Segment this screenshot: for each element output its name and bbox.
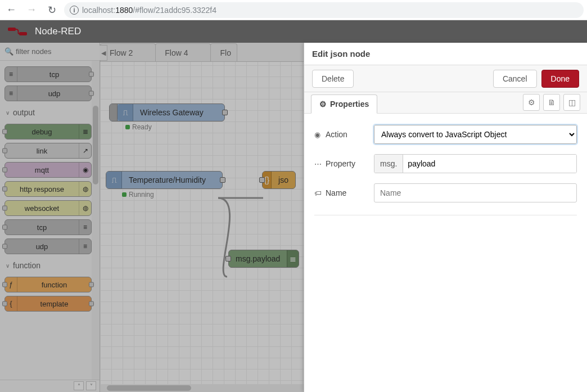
action-label: Action: [326, 130, 347, 139]
palette-node-link[interactable]: link↗: [4, 143, 92, 159]
palette-node-mqtt[interactable]: mqtt◉: [4, 162, 92, 178]
bars-icon: ≡: [5, 86, 17, 101]
broadcast-icon: ◉: [79, 163, 91, 177]
bars-icon: ≡: [79, 220, 91, 235]
palette-node-udp-out[interactable]: udp≡: [4, 238, 92, 254]
tab-flow4[interactable]: Flow 4: [155, 43, 211, 61]
tag-icon: 🏷: [314, 189, 322, 197]
node-json[interactable]: {} jso: [262, 171, 296, 189]
palette-node-websocket[interactable]: websocket◍: [4, 200, 92, 216]
property-prefix[interactable]: msg.: [374, 155, 403, 173]
palette-collapse-button[interactable]: ◀: [100, 45, 107, 61]
url-text: localhost:1880/#flow/21addc95.3322f4: [82, 6, 216, 15]
workspace: 🔍 ◀ ≡tcp ≡udp ∨output debug≣ link↗ mqtt◉…: [0, 43, 587, 392]
layout-icon: ◫: [568, 98, 576, 107]
back-button[interactable]: ←: [3, 2, 19, 18]
forward-button[interactable]: →: [24, 2, 39, 18]
tab-flow-partial[interactable]: Flo: [210, 43, 237, 61]
palette-node-tcp-in[interactable]: ≡tcp: [4, 66, 92, 82]
palette-sidebar: 🔍 ◀ ≡tcp ≡udp ∨output debug≣ link↗ mqtt◉…: [0, 43, 100, 392]
palette-filter-input[interactable]: [16, 47, 110, 56]
gear-icon: ⚙: [319, 100, 327, 109]
description-button[interactable]: 🗎: [543, 94, 560, 111]
name-input[interactable]: [374, 183, 577, 202]
palette-scrollbar[interactable]: [92, 61, 100, 380]
ellipsis-icon: ⋯: [314, 160, 322, 168]
document-icon: 🗎: [548, 98, 556, 107]
edit-panel-title: Edit json node: [304, 43, 587, 65]
site-info-icon[interactable]: i: [70, 6, 79, 15]
edit-panel-subtabs: ⚙ Properties ⚙ 🗎 ◫: [304, 92, 587, 114]
svg-rect-1: [19, 32, 27, 35]
node-button[interactable]: [110, 104, 118, 121]
form-divider: [314, 215, 577, 215]
svg-rect-0: [8, 28, 16, 31]
property-input[interactable]: [403, 155, 576, 173]
palette-expand-all-button[interactable]: ˅: [86, 381, 96, 390]
cancel-button[interactable]: Cancel: [493, 70, 537, 88]
palette-node-udp-in[interactable]: ≡udp: [4, 85, 92, 101]
node-temperature-humidity[interactable]: ⎍ Temperature/Humidity Running: [106, 171, 223, 189]
palette-node-template[interactable]: {template: [4, 296, 92, 312]
search-icon: 🔍: [4, 47, 13, 56]
appearance-button[interactable]: ◫: [563, 94, 580, 111]
globe-icon: ◍: [79, 182, 91, 196]
node-wireless-gateway[interactable]: ⎍ Wireless Gateway Ready: [109, 103, 225, 121]
app-header: Node-RED: [0, 20, 587, 43]
edit-panel-actions: Delete Cancel Done: [304, 65, 587, 92]
settings-button[interactable]: ⚙: [523, 94, 540, 111]
chevron-down-icon: ∨: [6, 110, 10, 116]
nodered-logo-icon: [8, 26, 29, 37]
bars-icon: ≡: [5, 67, 17, 82]
target-icon: ◉: [314, 130, 322, 139]
node-status: Ready: [125, 123, 152, 131]
edit-json-node-panel: Edit json node Delete Cancel Done ⚙ Prop…: [304, 43, 587, 392]
row-action: ◉Action Always convert to JavaScript Obj…: [314, 125, 577, 144]
palette-collapse-all-button[interactable]: ˄: [74, 381, 84, 390]
address-bar[interactable]: i localhost:1880/#flow/21addc95.3322f4: [64, 2, 584, 18]
action-select[interactable]: Always convert to JavaScript Object: [374, 125, 577, 144]
palette-category-function[interactable]: ∨function: [4, 258, 92, 273]
gear-icon: ⚙: [528, 98, 535, 107]
property-label: Property: [326, 159, 355, 168]
debug-icon: ≣: [79, 124, 91, 139]
palette-filter: 🔍: [0, 43, 100, 61]
wireless-icon: ⎍: [118, 104, 133, 121]
node-debug-msg-payload[interactable]: msg.payload ≣: [228, 250, 299, 268]
palette-node-debug[interactable]: debug≣: [4, 124, 92, 139]
chevron-down-icon: ∨: [6, 263, 10, 269]
done-button[interactable]: Done: [541, 70, 579, 88]
bars-icon: ≡: [79, 239, 91, 254]
palette-category-output[interactable]: ∨output: [4, 105, 92, 120]
browser-toolbar: ← → ↻ i localhost:1880/#flow/21addc95.33…: [0, 0, 587, 20]
row-name: 🏷Name: [314, 183, 577, 202]
globe-icon: ◍: [79, 201, 91, 215]
palette-footer: ˄ ˅: [0, 380, 100, 392]
tab-flow2[interactable]: Flow 2: [100, 43, 156, 61]
app-title: Node-RED: [35, 26, 81, 37]
palette-node-tcp-out[interactable]: tcp≡: [4, 219, 92, 235]
tab-properties[interactable]: ⚙ Properties: [311, 94, 377, 114]
debug-icon: ≣: [287, 250, 299, 267]
wireless-icon: ⎍: [106, 172, 122, 188]
palette-node-function[interactable]: ƒfunction: [4, 277, 92, 292]
palette-node-http-response[interactable]: http response◍: [4, 181, 92, 197]
edit-panel-form: ◉Action Always convert to JavaScript Obj…: [304, 114, 587, 229]
node-status: Running: [122, 191, 154, 199]
name-label: Name: [326, 188, 346, 197]
row-property: ⋯Property msg.: [314, 154, 577, 173]
delete-button[interactable]: Delete: [312, 70, 354, 88]
reload-button[interactable]: ↻: [44, 2, 60, 18]
link-icon: ↗: [79, 143, 91, 158]
